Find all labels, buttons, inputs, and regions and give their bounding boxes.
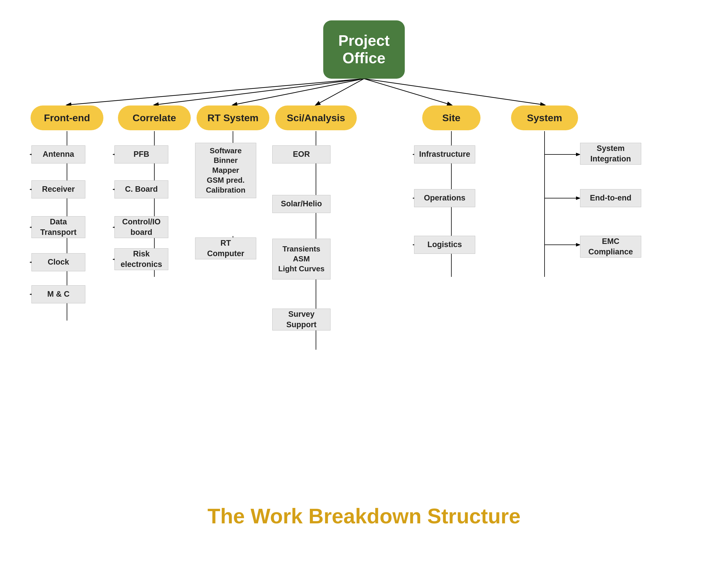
sys-endtoend: End-to-end: [580, 189, 641, 207]
sci-eor: EOR: [272, 145, 331, 163]
rt-computer: RTComputer: [195, 237, 256, 259]
root-node: ProjectOffice: [323, 20, 405, 79]
svg-line-1: [154, 79, 364, 105]
fe-mc: M & C: [31, 285, 85, 304]
site-logistics: Logistics: [414, 236, 475, 254]
fe-clock: Clock: [31, 253, 85, 271]
sci-solar: Solar/Helio: [272, 195, 331, 213]
svg-line-0: [67, 79, 364, 105]
site-ops: Operations: [414, 189, 475, 207]
root-label: ProjectOffice: [338, 32, 390, 67]
level1-rtsystem: RT System: [197, 105, 269, 130]
sci-survey: SurveySupport: [272, 309, 331, 331]
fe-datatransport: DataTransport: [31, 216, 85, 238]
rt-software: SoftwareBinnerMapperGSM pred.Calibration: [195, 143, 256, 198]
level1-system: System: [511, 105, 578, 130]
corr-risk: Riskelectronics: [114, 248, 168, 270]
corr-controlio: Control/IOboard: [114, 216, 168, 238]
corr-pfb: PFB: [114, 145, 168, 163]
level1-frontend: Front-end: [31, 105, 103, 130]
fe-receiver: Receiver: [31, 180, 85, 198]
level1-scianalysis: Sci/Analysis: [275, 105, 357, 130]
sci-transients: TransientsASMLight Curves: [272, 239, 331, 279]
sys-integration: SystemIntegration: [580, 143, 641, 165]
fe-antenna: Antenna: [31, 145, 85, 163]
diagram-container: ProjectOffice Front-end Correlate RT Sys…: [0, 0, 728, 437]
level1-correlate: Correlate: [118, 105, 191, 130]
svg-line-5: [364, 79, 545, 105]
site-infra: Infrastructure: [414, 145, 475, 163]
sys-emc: EMCCompliance: [580, 236, 641, 257]
corr-cboard: C. Board: [114, 180, 168, 198]
svg-line-4: [364, 79, 451, 105]
svg-line-2: [233, 79, 364, 105]
level1-site: Site: [422, 105, 480, 130]
page-title: The Work Breakdown Structure: [208, 504, 521, 528]
